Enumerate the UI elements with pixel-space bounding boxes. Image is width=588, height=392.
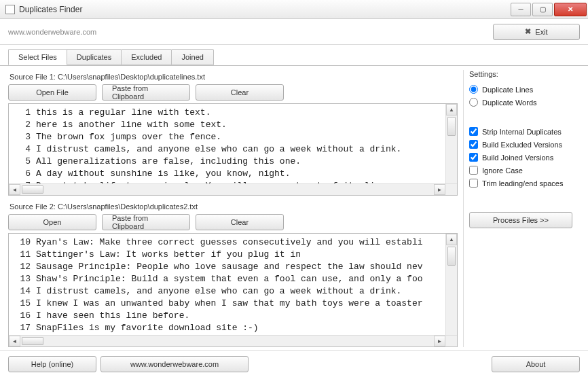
top-toolbar: www.wonderwebware.com ✖ Exit bbox=[0, 19, 588, 45]
line-number: 16 bbox=[9, 310, 36, 322]
scroll-up-icon[interactable]: ▲ bbox=[446, 104, 457, 115]
titlebar: Duplicates Finder ─ ▢ ✕ bbox=[0, 0, 588, 19]
text-line[interactable]: 5All generalizations are false, includin… bbox=[9, 156, 457, 168]
radio-input-lines[interactable] bbox=[469, 85, 478, 94]
text-line[interactable]: 6A day without sunshine is like, you kno… bbox=[9, 168, 457, 180]
checkbox-input[interactable] bbox=[469, 140, 478, 149]
scroll-right-icon[interactable]: ► bbox=[434, 184, 445, 195]
checkbox-label: Strip Internal Duplicates bbox=[482, 128, 562, 136]
scroll-up-icon[interactable]: ▲ bbox=[446, 234, 457, 245]
check-trim-spaces[interactable]: Trim leading/end spaces bbox=[469, 179, 581, 188]
site-url-label: www.wonderwebware.com bbox=[8, 28, 493, 36]
scroll-left-icon[interactable]: ◄ bbox=[9, 336, 20, 346]
process-files-button[interactable]: Process Files >> bbox=[469, 212, 572, 228]
checkbox-input[interactable] bbox=[469, 153, 478, 162]
horizontal-scrollbar[interactable]: ◄ ► bbox=[9, 335, 457, 346]
source2-path-label: Source File 2: C:\Users\snapfiles\Deskto… bbox=[10, 202, 458, 211]
text-line[interactable]: 3The brown fox jumps over the fence. bbox=[9, 131, 457, 143]
line-text: The brown fox jumps over the fence. bbox=[36, 131, 457, 143]
exit-button[interactable]: ✖ Exit bbox=[493, 24, 580, 40]
line-text: here is another line with some text. bbox=[36, 119, 457, 131]
maximize-button[interactable]: ▢ bbox=[532, 3, 553, 16]
website-button[interactable]: www.wonderwebware.com bbox=[100, 356, 249, 372]
radio-input-words[interactable] bbox=[469, 98, 478, 107]
source1-paste-button[interactable]: Paste from Clipboard bbox=[102, 84, 190, 101]
app-icon bbox=[5, 5, 15, 14]
scroll-thumb[interactable] bbox=[22, 185, 43, 194]
source1-path-label: Source File 1: C:\Users\snapfiles\Deskto… bbox=[10, 73, 458, 81]
line-text: Sattinger's Law: It works better if you … bbox=[36, 249, 457, 261]
line-number: 11 bbox=[9, 249, 36, 261]
horizontal-scrollbar[interactable]: ◄ ► bbox=[9, 183, 457, 195]
vertical-scrollbar[interactable]: ▲ bbox=[445, 104, 457, 183]
help-button[interactable]: Help (online) bbox=[8, 356, 96, 372]
scroll-right-icon[interactable]: ► bbox=[434, 336, 445, 346]
line-number: 5 bbox=[9, 156, 36, 168]
minimize-button[interactable]: ─ bbox=[511, 3, 531, 16]
line-number: 1 bbox=[9, 107, 36, 119]
checkbox-input[interactable] bbox=[469, 179, 478, 188]
checkbox-label: Ignore Case bbox=[482, 166, 523, 175]
check-build-joined[interactable]: Build Joined Versions bbox=[469, 153, 581, 162]
check-build-excluded[interactable]: Build Excluded Versions bbox=[469, 140, 581, 149]
text-line[interactable]: 2here is another line with some text. bbox=[9, 119, 457, 131]
line-number: 3 bbox=[9, 131, 36, 143]
tab-duplicates[interactable]: Duplicates bbox=[67, 49, 122, 65]
bottom-toolbar: Help (online) www.wonderwebware.com Abou… bbox=[0, 350, 588, 378]
checkbox-label: Build Excluded Versions bbox=[482, 141, 562, 149]
scroll-thumb[interactable] bbox=[447, 117, 456, 136]
checkbox-label: Build Joined Versions bbox=[482, 154, 553, 162]
vertical-scrollbar[interactable]: ▲ bbox=[445, 234, 457, 335]
source1-open-button[interactable]: Open File bbox=[8, 84, 96, 101]
line-text: A day without sunshine is like, you know… bbox=[36, 168, 457, 180]
line-text: I knew I was an unwanted baby when I saw… bbox=[36, 298, 457, 310]
check-strip-duplicates[interactable]: Strip Internal Duplicates bbox=[469, 127, 581, 136]
line-text: I distrust camels, and anyone else who c… bbox=[36, 143, 457, 156]
source1-textbox[interactable]: 1this is a regular line with text.2here … bbox=[8, 103, 458, 196]
about-button[interactable]: About bbox=[492, 356, 580, 372]
radio-duplicate-lines[interactable]: Duplicate Lines bbox=[469, 85, 581, 94]
window-title: Duplicates Finder bbox=[19, 5, 509, 14]
line-number: 14 bbox=[9, 285, 36, 298]
line-text: Sausage Principle: People who love sausa… bbox=[36, 261, 457, 273]
text-line[interactable]: 10Ryan's Law: Make three correct guesses… bbox=[9, 236, 457, 249]
line-number: 4 bbox=[9, 143, 36, 156]
source2-clear-button[interactable]: Clear bbox=[196, 214, 284, 230]
checkbox-input[interactable] bbox=[469, 166, 478, 175]
tab-select-files[interactable]: Select Files bbox=[8, 49, 67, 65]
text-line[interactable]: 4I distrust camels, and anyone else who … bbox=[9, 143, 457, 156]
scroll-thumb[interactable] bbox=[22, 337, 43, 345]
text-line[interactable]: 12Sausage Principle: People who love sau… bbox=[9, 261, 457, 273]
check-ignore-case[interactable]: Ignore Case bbox=[469, 166, 581, 175]
text-line[interactable]: 15I knew I was an unwanted baby when I s… bbox=[9, 298, 457, 310]
source2-textbox[interactable]: 10Ryan's Law: Make three correct guesses… bbox=[8, 233, 458, 347]
text-line[interactable]: 17SnapFiles is my favorite download site… bbox=[9, 322, 457, 334]
close-button[interactable]: ✕ bbox=[554, 3, 587, 16]
text-line[interactable]: 1this is a regular line with text. bbox=[9, 107, 457, 119]
text-line[interactable]: 16I have seen this line before. bbox=[9, 310, 457, 322]
line-number: 6 bbox=[9, 168, 36, 180]
settings-title: Settings: bbox=[469, 70, 581, 78]
settings-panel: Settings: Duplicate Lines Duplicate Word… bbox=[463, 70, 581, 347]
line-text: All generalizations are false, including… bbox=[36, 156, 457, 168]
text-line[interactable]: 11Sattinger's Law: It works better if yo… bbox=[9, 249, 457, 261]
checkbox-input[interactable] bbox=[469, 127, 478, 136]
line-number: 17 bbox=[9, 322, 36, 334]
tab-joined[interactable]: Joined bbox=[171, 49, 213, 65]
radio-label: Duplicate Lines bbox=[482, 86, 533, 94]
checkbox-label: Trim leading/end spaces bbox=[482, 179, 563, 188]
line-number: 2 bbox=[9, 119, 36, 131]
line-number: 10 bbox=[9, 236, 36, 249]
source2-open-button[interactable]: Open bbox=[8, 214, 96, 230]
source2-paste-button[interactable]: Paste from Clipboard bbox=[102, 214, 190, 230]
scroll-thumb[interactable] bbox=[447, 247, 456, 266]
scroll-left-icon[interactable]: ◄ bbox=[9, 184, 20, 195]
source1-clear-button[interactable]: Clear bbox=[196, 84, 284, 101]
tab-excluded[interactable]: Excluded bbox=[121, 49, 172, 65]
line-text: this is a regular line with text. bbox=[36, 107, 457, 119]
line-text: Shaw's Principle: Build a system that ev… bbox=[36, 273, 457, 285]
text-line[interactable]: 13Shaw's Principle: Build a system that … bbox=[9, 273, 457, 285]
exit-button-label: Exit bbox=[535, 28, 547, 36]
radio-duplicate-words[interactable]: Duplicate Words bbox=[469, 98, 581, 107]
text-line[interactable]: 14I distrust camels, and anyone else who… bbox=[9, 285, 457, 298]
